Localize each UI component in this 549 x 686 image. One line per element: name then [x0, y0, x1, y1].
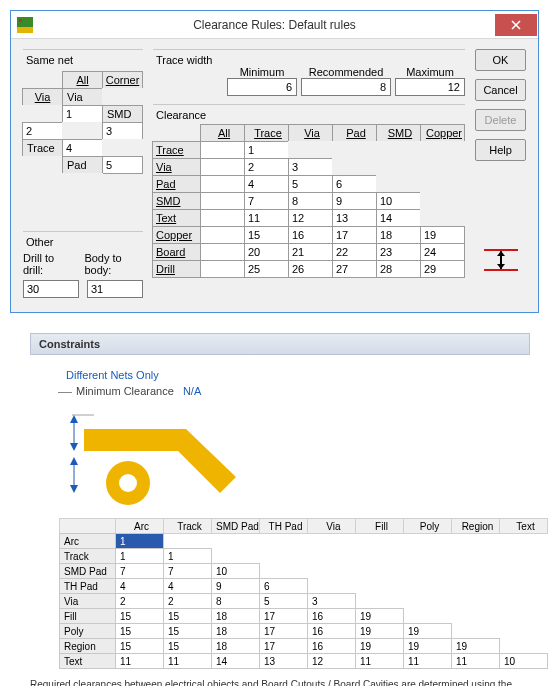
cl-via-all[interactable]: [200, 158, 245, 176]
cm-track-arc[interactable]: 1: [115, 548, 164, 564]
sn-via-via[interactable]: 1: [62, 105, 103, 123]
cl-drill-smd[interactable]: 28: [376, 260, 421, 278]
cl-smd-all[interactable]: [200, 192, 245, 210]
cl-row-text[interactable]: Text: [152, 209, 201, 227]
cm-row-via[interactable]: Via: [59, 593, 116, 609]
cl-col-trace[interactable]: Trace: [244, 124, 289, 142]
cl-col-all[interactable]: All: [200, 124, 245, 142]
row-trace[interactable]: Trace: [22, 139, 63, 157]
cm-via-via[interactable]: 3: [307, 593, 356, 609]
cm-row-track[interactable]: Track: [59, 548, 116, 564]
help-button[interactable]: Help: [475, 139, 526, 161]
cm-region-arc[interactable]: 15: [115, 638, 164, 654]
cm-text-smd-pad[interactable]: 14: [211, 653, 260, 669]
cl-row-via[interactable]: Via: [152, 158, 201, 176]
col-all[interactable]: All: [62, 71, 103, 89]
body-to-body-input[interactable]: [87, 280, 143, 298]
cm-text-region[interactable]: 11: [451, 653, 500, 669]
cm-region-via[interactable]: 16: [307, 638, 356, 654]
cm-smd-pad-arc[interactable]: 7: [115, 563, 164, 579]
cm-region-region[interactable]: 19: [451, 638, 500, 654]
cm-text-poly[interactable]: 11: [403, 653, 452, 669]
cl-smd-smd[interactable]: 10: [376, 192, 421, 210]
cl-smd-trace[interactable]: 7: [244, 192, 289, 210]
row-smd[interactable]: SMD: [102, 105, 143, 123]
cl-text-all[interactable]: [200, 209, 245, 227]
cm-col-smd-pad[interactable]: SMD Pad: [211, 518, 260, 534]
cm-fill-fill[interactable]: 19: [355, 608, 404, 624]
cl-trace-trace[interactable]: 1: [244, 141, 289, 159]
cm-row-smd-pad[interactable]: SMD Pad: [59, 563, 116, 579]
cm-th-pad-arc[interactable]: 4: [115, 578, 164, 594]
cm-via-smd-pad[interactable]: 8: [211, 593, 260, 609]
cm-via-track[interactable]: 2: [163, 593, 212, 609]
cl-copper-copper[interactable]: 19: [420, 226, 465, 244]
cm-poly-via[interactable]: 16: [307, 623, 356, 639]
cm-region-th-pad[interactable]: 17: [259, 638, 308, 654]
cm-row-region[interactable]: Region: [59, 638, 116, 654]
cm-poly-fill[interactable]: 19: [355, 623, 404, 639]
drill-to-drill-input[interactable]: [23, 280, 79, 298]
cl-via-via[interactable]: 3: [288, 158, 333, 176]
cm-row-arc[interactable]: Arc: [59, 533, 116, 549]
cm-row-th-pad[interactable]: TH Pad: [59, 578, 116, 594]
cl-col-copper[interactable]: Copper: [420, 124, 465, 142]
cm-col-via[interactable]: Via: [307, 518, 356, 534]
cl-board-via[interactable]: 21: [288, 243, 333, 261]
cm-row-fill[interactable]: Fill: [59, 608, 116, 624]
cl-board-pad[interactable]: 22: [332, 243, 377, 261]
cm-poly-track[interactable]: 15: [163, 623, 212, 639]
cm-text-arc[interactable]: 11: [115, 653, 164, 669]
cm-track-track[interactable]: 1: [163, 548, 212, 564]
cm-via-arc[interactable]: 2: [115, 593, 164, 609]
cm-fill-via[interactable]: 16: [307, 608, 356, 624]
cm-poly-smd-pad[interactable]: 18: [211, 623, 260, 639]
cl-copper-pad[interactable]: 17: [332, 226, 377, 244]
cm-fill-track[interactable]: 15: [163, 608, 212, 624]
cl-via-trace[interactable]: 2: [244, 158, 289, 176]
cl-drill-copper[interactable]: 29: [420, 260, 465, 278]
cm-poly-arc[interactable]: 15: [115, 623, 164, 639]
cl-copper-trace[interactable]: 15: [244, 226, 289, 244]
cancel-button[interactable]: Cancel: [475, 79, 526, 101]
cm-col-fill[interactable]: Fill: [355, 518, 404, 534]
cm-col-poly[interactable]: Poly: [403, 518, 452, 534]
cl-trace-all[interactable]: [200, 141, 245, 159]
cl-pad-via[interactable]: 5: [288, 175, 333, 193]
col-via[interactable]: Via: [22, 88, 63, 106]
cm-col-region[interactable]: Region: [451, 518, 500, 534]
cl-row-trace[interactable]: Trace: [152, 141, 201, 159]
cm-col-track[interactable]: Track: [163, 518, 212, 534]
cm-fill-smd-pad[interactable]: 18: [211, 608, 260, 624]
cm-region-fill[interactable]: 19: [355, 638, 404, 654]
cl-row-smd[interactable]: SMD: [152, 192, 201, 210]
cm-text-fill[interactable]: 11: [355, 653, 404, 669]
cl-text-via[interactable]: 12: [288, 209, 333, 227]
cm-fill-th-pad[interactable]: 17: [259, 608, 308, 624]
ok-button[interactable]: OK: [475, 49, 526, 71]
cl-col-smd[interactable]: SMD: [376, 124, 421, 142]
cl-copper-all[interactable]: [200, 226, 245, 244]
cm-fill-arc[interactable]: 15: [115, 608, 164, 624]
cl-board-copper[interactable]: 24: [420, 243, 465, 261]
cm-via-th-pad[interactable]: 5: [259, 593, 308, 609]
cm-text-via[interactable]: 12: [307, 653, 356, 669]
trace-width-min[interactable]: [227, 78, 297, 96]
sn-smd-all[interactable]: 2: [22, 122, 63, 140]
cl-copper-smd[interactable]: 18: [376, 226, 421, 244]
cm-smd-pad-track[interactable]: 7: [163, 563, 212, 579]
cl-text-pad[interactable]: 13: [332, 209, 377, 227]
cm-row-text[interactable]: Text: [59, 653, 116, 669]
cl-col-pad[interactable]: Pad: [332, 124, 377, 142]
cl-drill-all[interactable]: [200, 260, 245, 278]
sn-trace-all[interactable]: 4: [62, 139, 103, 157]
cl-pad-pad[interactable]: 6: [332, 175, 377, 193]
cm-th-pad-track[interactable]: 4: [163, 578, 212, 594]
cl-smd-via[interactable]: 8: [288, 192, 333, 210]
cm-row-poly[interactable]: Poly: [59, 623, 116, 639]
trace-width-max[interactable]: [395, 78, 465, 96]
cl-board-smd[interactable]: 23: [376, 243, 421, 261]
cl-row-pad[interactable]: Pad: [152, 175, 201, 193]
cl-drill-pad[interactable]: 27: [332, 260, 377, 278]
cm-region-poly[interactable]: 19: [403, 638, 452, 654]
